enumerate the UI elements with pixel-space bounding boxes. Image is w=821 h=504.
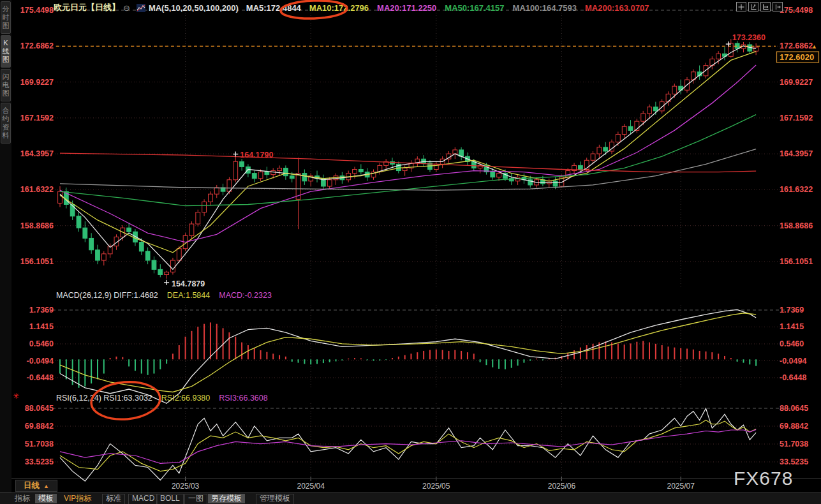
sidebar-tab-contract-info[interactable]: 合约资料 xyxy=(1,103,11,144)
macd-label-part-0: MACD(26,12,9) DIFF:1.4682 xyxy=(56,291,158,300)
x-tick-label: 2025/03 xyxy=(172,482,200,491)
rsi-label-part-1: RSI2:66.9380 xyxy=(161,394,210,403)
y-tick-label: 169.9227 xyxy=(780,78,813,87)
dropdown-arrow-icon: ▲ xyxy=(43,483,49,489)
left-sidebar: 分时图 K线图 闪电图 合约资料 xyxy=(0,0,11,493)
ma-line-MA5 xyxy=(60,46,756,269)
y-tick-label: 33.5235 xyxy=(25,457,54,466)
toolbar-item-0[interactable]: 指标 xyxy=(11,494,33,503)
x-tick-label: 2025/06 xyxy=(548,482,576,491)
x-tick-label: 2025/04 xyxy=(297,482,325,491)
ma-value-4: MA100:164.7593 xyxy=(513,3,577,13)
toolbar-item-1[interactable]: 模板 xyxy=(35,494,57,503)
toolbar-item-4[interactable]: MACD xyxy=(128,494,158,504)
chart-window: 分时图 K线图 闪电图 合约资料 欧元日元 【日线】 ⊖ MA(5,10,20,… xyxy=(0,0,821,504)
ma-value-3: MA50:167.4157 xyxy=(445,3,504,13)
macd-dea-line xyxy=(60,313,756,392)
rsi-label-part-0: RSI(6,12,24) RSI1:63.3032 xyxy=(56,394,152,403)
y-tick-label: 0.5460 xyxy=(29,339,54,348)
y-tick-label: 164.3957 xyxy=(20,149,54,158)
macd-header: MACD(26,12,9) DIFF:1.4682DEA:1.5844MACD:… xyxy=(56,291,281,300)
macd-label-part-2: MACD:-0.2323 xyxy=(219,291,272,300)
y-tick-label: 167.1592 xyxy=(780,114,813,122)
chart-type-icon[interactable] xyxy=(137,4,145,12)
rsi-label-part-2: RSI3:66.3608 xyxy=(219,394,267,403)
toolbar-item-2[interactable]: VIP指标 xyxy=(61,494,94,503)
toolbar-item-7[interactable]: 另存模板 xyxy=(208,494,245,503)
sidebar-tab-lightning[interactable]: 闪电图 xyxy=(1,69,11,101)
y-tick-label: -0.6448 xyxy=(780,373,806,382)
y-tick-label: 51.7038 xyxy=(780,440,808,448)
y-tick-label: 175.4498 xyxy=(780,6,813,15)
y-tick-label: 167.1592 xyxy=(20,114,54,122)
period-selector[interactable]: 日线 ▲ xyxy=(15,480,57,492)
rsi-layer xyxy=(60,408,756,481)
ma-values: MA5:172.4844MA10:172.2796MA20:171.2250MA… xyxy=(246,3,658,13)
y-tick-label: 88.0645 xyxy=(25,404,54,413)
y-tick-label: 1.1415 xyxy=(29,322,54,331)
y-tick-label: 175.4498 xyxy=(20,6,54,15)
y-tick-label: 1.1415 xyxy=(780,322,804,331)
bottom-toolbar: 指标模板VIP指标标准MACDBOLL一图另存模板管理模板 xyxy=(0,493,821,504)
y-tick-label: 161.6322 xyxy=(780,185,813,194)
chart-header: 欧元日元 【日线】 ⊖ MA(5,10,20,50,100,200) MA5:1… xyxy=(54,2,657,13)
price-annotation: 164.1790 xyxy=(240,151,273,159)
y-tick-label: 69.8842 xyxy=(780,422,808,431)
ma-line-MA100 xyxy=(60,149,756,190)
ma-line-MA20 xyxy=(60,65,756,242)
current-price-value: 172.6020 xyxy=(780,52,814,62)
ma-value-1: MA10:172.2796 xyxy=(309,3,369,13)
chart-canvas[interactable]: 175.4498175.4498172.6862172.6862169.9227… xyxy=(0,0,821,504)
macd-layer xyxy=(60,309,756,403)
y-tick-label: 158.8686 xyxy=(780,221,813,230)
y-tick-label: 156.1051 xyxy=(20,257,54,266)
period-selector-label: 日线 xyxy=(24,480,40,491)
alarm-icon[interactable]: ✳ xyxy=(13,392,19,401)
ma-settings-label: MA(5,10,20,50,100,200) xyxy=(149,3,239,13)
price-annotation: 154.7879 xyxy=(172,279,205,288)
y-tick-label: 1.7369 xyxy=(780,306,804,315)
y-tick-label: 156.1051 xyxy=(780,257,813,266)
y-tick-label: 172.6862 xyxy=(20,41,54,50)
y-tick-label: 161.6322 xyxy=(20,185,54,194)
y-tick-label: 0.5460 xyxy=(780,339,804,348)
y-tick-label: -0.0494 xyxy=(27,357,54,366)
y-tick-label: -0.0494 xyxy=(780,357,806,366)
ma-line-MA10 xyxy=(60,52,756,253)
x-tick-label: 2025/07 xyxy=(667,482,695,491)
ma-line-MA50 xyxy=(60,115,756,206)
y-tick-label: 51.7038 xyxy=(25,440,54,448)
y-tick-label: 158.8686 xyxy=(20,221,54,230)
y-tick-label: 169.9227 xyxy=(20,78,54,87)
x-tick-label: 2025/05 xyxy=(422,482,450,491)
ma-value-2: MA20:171.2250 xyxy=(377,3,436,13)
toolbar-item-5[interactable]: BOLL xyxy=(156,494,184,504)
macd-label-part-1: DEA:1.5844 xyxy=(167,291,210,300)
y-tick-label: -0.6448 xyxy=(27,373,54,382)
toolbar-item-6[interactable]: 一图 xyxy=(184,494,207,504)
price-annotation: 173.2360 xyxy=(732,33,766,42)
watermark: FX678 xyxy=(734,468,793,489)
y-tick-label: 172.6862 xyxy=(780,41,813,50)
y-tick-label: 88.0645 xyxy=(780,404,808,413)
toolbar-item-8[interactable]: 管理模板 xyxy=(256,494,294,504)
ma-value-5: MA200:163.0707 xyxy=(585,3,649,13)
zoom-horizontal-icon[interactable] xyxy=(760,2,771,11)
symbol-name: 欧元日元 xyxy=(54,2,87,13)
macd-diff-line xyxy=(60,309,756,403)
price-up-arrow-icon: ▲ xyxy=(811,43,817,50)
y-tick-label: 69.8842 xyxy=(25,422,54,431)
y-tick-label: 33.5235 xyxy=(780,457,808,466)
pan-right-icon[interactable] xyxy=(773,2,783,11)
sidebar-tab-kline[interactable]: K线图 xyxy=(1,35,11,68)
zoom-out-icon[interactable]: ⊖ xyxy=(123,3,130,13)
toolbar-item-3[interactable]: 标准 xyxy=(102,494,125,504)
period-label: 【日线】 xyxy=(87,2,120,13)
ma-line-MA200 xyxy=(60,153,756,172)
crosshair-icon[interactable] xyxy=(736,2,746,11)
zoom-vertical-icon[interactable] xyxy=(748,2,758,11)
layout-icons xyxy=(736,2,783,11)
y-tick-label: 1.7369 xyxy=(29,306,54,315)
ma-value-0: MA5:172.4844 xyxy=(246,3,301,13)
sidebar-tab-timeshare[interactable]: 分时图 xyxy=(1,1,11,34)
